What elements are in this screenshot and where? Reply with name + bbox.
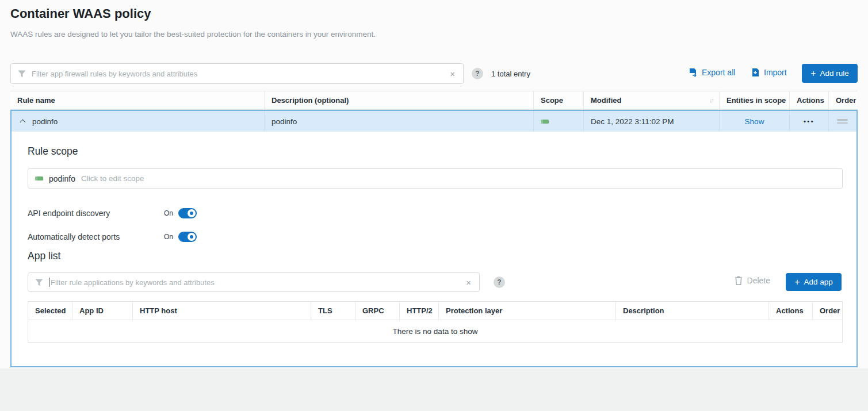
rules-filter-box[interactable]: × bbox=[10, 63, 464, 84]
sort-icon[interactable]: ↓↑ bbox=[709, 97, 713, 103]
delete-app-button[interactable]: Delete bbox=[735, 276, 770, 285]
rule-modified-cell: Dec 1, 2022 3:11:02 PM bbox=[584, 111, 720, 132]
help-icon[interactable]: ? bbox=[494, 276, 505, 288]
clear-filter-icon[interactable]: × bbox=[465, 278, 472, 287]
api-endpoint-discovery-label: API endpoint discovery bbox=[28, 209, 164, 218]
rule-expanded-unit: podinfo podinfo Dec 1, 2022 3:11:02 PM S… bbox=[10, 110, 858, 367]
app-table: Selected App ID HTTP host TLS GRPC HTTP/… bbox=[28, 301, 843, 343]
entities-in-scope-cell: Show bbox=[720, 111, 790, 132]
col-app-actions: Actions bbox=[769, 302, 813, 320]
import-button[interactable]: Import bbox=[751, 68, 787, 77]
col-app-description: Description bbox=[616, 302, 769, 320]
rules-table-header: Rule name Description (optional) Scope M… bbox=[10, 91, 858, 110]
col-selected: Selected bbox=[28, 302, 72, 320]
col-order: Order bbox=[829, 91, 858, 109]
api-endpoint-discovery-row: API endpoint discovery On bbox=[28, 208, 197, 218]
delete-label: Delete bbox=[747, 276, 770, 285]
col-protection-layer: Protection layer bbox=[439, 302, 616, 320]
import-icon bbox=[751, 68, 760, 77]
app-filter-input[interactable] bbox=[51, 278, 465, 287]
rule-scope-field[interactable]: podinfo Click to edit scope bbox=[28, 168, 843, 189]
col-entities[interactable]: Entities in scope bbox=[720, 91, 790, 109]
rule-scope-title: Rule scope bbox=[28, 145, 78, 158]
api-endpoint-discovery-toggle[interactable] bbox=[178, 208, 197, 218]
table-row[interactable]: podinfo podinfo Dec 1, 2022 3:11:02 PM S… bbox=[12, 111, 856, 132]
plus-icon: + bbox=[794, 277, 800, 287]
api-endpoint-discovery-state: On bbox=[164, 209, 173, 217]
add-app-button[interactable]: + Add app bbox=[786, 273, 842, 291]
text-cursor bbox=[49, 278, 49, 287]
drag-handle-icon[interactable] bbox=[837, 117, 848, 125]
show-entities-link[interactable]: Show bbox=[745, 117, 764, 126]
rule-scope-cell bbox=[534, 111, 584, 132]
col-actions: Actions bbox=[790, 91, 829, 109]
app-list-title: App list bbox=[28, 250, 60, 262]
empty-state-message: There is no data to show bbox=[28, 320, 842, 342]
app-filter-box[interactable]: × bbox=[28, 272, 480, 292]
col-http-host: HTTP host bbox=[133, 302, 311, 320]
auto-detect-ports-toggle[interactable] bbox=[178, 232, 197, 242]
total-entry-count: 1 total entry bbox=[491, 70, 530, 78]
scope-edit-hint: Click to edit scope bbox=[81, 174, 144, 183]
export-all-label: Export all bbox=[702, 68, 735, 77]
app-table-header: Selected App ID HTTP host TLS GRPC HTTP/… bbox=[28, 302, 842, 320]
page-title: Container WAAS policy bbox=[10, 6, 151, 21]
help-icon[interactable]: ? bbox=[472, 68, 483, 79]
export-icon bbox=[689, 68, 698, 77]
add-rule-button[interactable]: + Add rule bbox=[802, 64, 858, 83]
filter-icon bbox=[35, 279, 43, 286]
col-modified[interactable]: Modified ↓↑ bbox=[584, 91, 720, 109]
plus-icon: + bbox=[810, 68, 816, 79]
col-scope[interactable]: Scope bbox=[534, 91, 584, 109]
col-grpc: GRPC bbox=[355, 302, 400, 320]
rule-actions-cell: ••• bbox=[790, 111, 829, 132]
chevron-up-icon[interactable] bbox=[20, 120, 26, 125]
scope-value: podinfo bbox=[49, 174, 75, 183]
auto-detect-ports-row: Automatically detect ports On bbox=[28, 232, 197, 242]
import-label: Import bbox=[764, 68, 787, 77]
rule-name: podinfo bbox=[32, 117, 58, 126]
rules-filter-input[interactable] bbox=[32, 70, 449, 78]
auto-detect-ports-state: On bbox=[164, 233, 173, 241]
container-waas-policy-page: Container WAAS policy WAAS rules are des… bbox=[0, 0, 868, 411]
auto-detect-ports-label: Automatically detect ports bbox=[28, 232, 164, 241]
rule-name-cell[interactable]: podinfo bbox=[12, 111, 265, 132]
col-rule-name[interactable]: Rule name bbox=[10, 91, 265, 109]
rule-description-cell: podinfo bbox=[265, 111, 534, 132]
col-app-order: Order bbox=[813, 302, 842, 320]
col-description[interactable]: Description (optional) bbox=[265, 91, 534, 109]
col-app-id: App ID bbox=[72, 302, 133, 320]
rule-order-cell bbox=[829, 111, 855, 132]
rule-detail-panel: Rule scope podinfo Click to edit scope A… bbox=[12, 132, 856, 366]
add-rule-label: Add rule bbox=[820, 69, 849, 78]
collection-icon bbox=[541, 120, 549, 124]
collection-icon bbox=[35, 176, 43, 180]
page-background-strip bbox=[0, 368, 868, 411]
col-http2: HTTP/2 bbox=[400, 302, 439, 320]
filter-icon bbox=[18, 70, 26, 78]
actions-menu-icon[interactable]: ••• bbox=[804, 118, 815, 125]
export-all-button[interactable]: Export all bbox=[689, 68, 735, 77]
trash-icon bbox=[735, 276, 743, 285]
col-modified-label: Modified bbox=[591, 96, 621, 105]
clear-filter-icon[interactable]: × bbox=[449, 69, 456, 79]
add-app-label: Add app bbox=[804, 278, 833, 286]
col-tls: TLS bbox=[311, 302, 355, 320]
page-subtitle: WAAS rules are designed to let you tailo… bbox=[10, 30, 376, 39]
